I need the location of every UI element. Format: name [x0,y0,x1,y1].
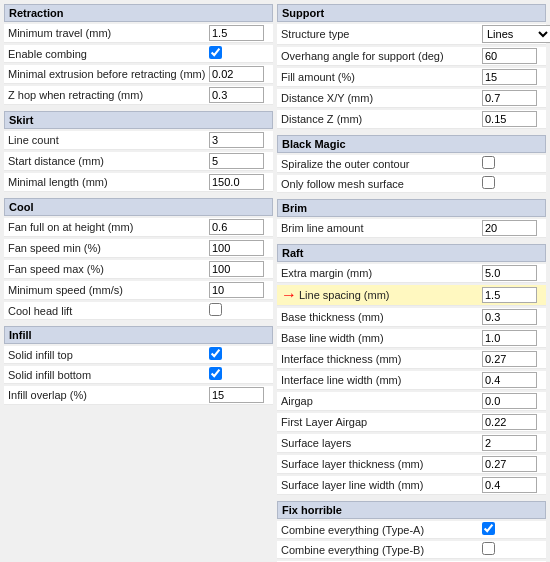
checkbox-black_magic-1[interactable] [482,176,495,189]
input-raft-1[interactable] [482,287,537,303]
input-skirt-1[interactable] [209,153,264,169]
label-black_magic-0: Spiralize the outer contour [281,158,482,170]
left-panel: RetractionMinimum travel (mm)Enable comb… [4,4,273,562]
input-raft-8[interactable] [482,435,537,451]
checkbox-infill-0[interactable] [209,347,222,360]
value-support-1[interactable] [482,48,542,64]
input-support-3[interactable] [482,90,537,106]
row-black_magic-1: Only follow mesh surface [277,175,546,193]
value-black_magic-1 [482,176,542,191]
label-fix_horrible-0: Combine everything (Type-A) [281,524,482,536]
value-infill-1 [209,367,269,382]
value-raft-3[interactable] [482,330,542,346]
value-black_magic-0 [482,156,542,171]
value-raft-5[interactable] [482,372,542,388]
label-cool-2: Fan speed max (%) [8,263,209,275]
input-support-2[interactable] [482,69,537,85]
value-raft-0[interactable] [482,265,542,281]
checkbox-fix_horrible-1[interactable] [482,542,495,555]
input-support-1[interactable] [482,48,537,64]
value-raft-9[interactable] [482,456,542,472]
row-retraction-0: Minimum travel (mm) [4,24,273,43]
row-raft-5: Interface line width (mm) [277,371,546,390]
label-raft-1: Line spacing (mm) [299,289,482,301]
value-retraction-0[interactable] [209,25,269,41]
value-support-0[interactable]: LinesGridNone [482,25,542,43]
value-raft-7[interactable] [482,414,542,430]
value-raft-8[interactable] [482,435,542,451]
value-skirt-2[interactable] [209,174,269,190]
label-skirt-0: Line count [8,134,209,146]
row-support-3: Distance X/Y (mm) [277,89,546,108]
section-header-skirt: Skirt [4,111,273,129]
checkbox-retraction-1[interactable] [209,46,222,59]
input-cool-1[interactable] [209,240,264,256]
row-infill-1: Solid infill bottom [4,366,273,384]
value-support-2[interactable] [482,69,542,85]
row-skirt-0: Line count [4,131,273,150]
input-support-4[interactable] [482,111,537,127]
value-cool-2[interactable] [209,261,269,277]
main-container: RetractionMinimum travel (mm)Enable comb… [0,0,550,562]
section-header-infill: Infill [4,326,273,344]
value-infill-0 [209,347,269,362]
label-cool-3: Minimum speed (mm/s) [8,284,209,296]
input-skirt-0[interactable] [209,132,264,148]
value-raft-6[interactable] [482,393,542,409]
value-skirt-1[interactable] [209,153,269,169]
input-cool-3[interactable] [209,282,264,298]
value-support-4[interactable] [482,111,542,127]
section-header-support: Support [277,4,546,22]
label-skirt-2: Minimal length (mm) [8,176,209,188]
row-raft-10: Surface layer line width (mm) [277,476,546,495]
checkbox-fix_horrible-0[interactable] [482,522,495,535]
input-raft-6[interactable] [482,393,537,409]
value-support-3[interactable] [482,90,542,106]
value-retraction-2[interactable] [209,66,269,82]
input-raft-10[interactable] [482,477,537,493]
row-raft-3: Base line width (mm) [277,329,546,348]
value-raft-4[interactable] [482,351,542,367]
input-retraction-0[interactable] [209,25,264,41]
value-raft-2[interactable] [482,309,542,325]
input-raft-2[interactable] [482,309,537,325]
input-raft-4[interactable] [482,351,537,367]
value-raft-1[interactable] [482,287,542,303]
input-raft-5[interactable] [482,372,537,388]
value-cool-3[interactable] [209,282,269,298]
input-raft-0[interactable] [482,265,537,281]
label-skirt-1: Start distance (mm) [8,155,209,167]
select-support-0[interactable]: LinesGridNone [482,25,550,43]
value-infill-2[interactable] [209,387,269,403]
row-raft-9: Surface layer thickness (mm) [277,455,546,474]
row-skirt-2: Minimal length (mm) [4,173,273,192]
input-raft-7[interactable] [482,414,537,430]
section-header-retraction: Retraction [4,4,273,22]
input-retraction-2[interactable] [209,66,264,82]
value-raft-10[interactable] [482,477,542,493]
input-skirt-2[interactable] [209,174,264,190]
checkbox-cool-4[interactable] [209,303,222,316]
input-infill-2[interactable] [209,387,264,403]
checkbox-black_magic-0[interactable] [482,156,495,169]
value-retraction-3[interactable] [209,87,269,103]
label-raft-3: Base line width (mm) [281,332,482,344]
row-raft-1: →Line spacing (mm) [277,285,546,306]
row-raft-6: Airgap [277,392,546,411]
row-raft-0: Extra margin (mm) [277,264,546,283]
value-skirt-0[interactable] [209,132,269,148]
value-cool-1[interactable] [209,240,269,256]
value-brim-0[interactable] [482,220,542,236]
label-fix_horrible-1: Combine everything (Type-B) [281,544,482,556]
input-raft-3[interactable] [482,330,537,346]
row-raft-8: Surface layers [277,434,546,453]
input-raft-9[interactable] [482,456,537,472]
input-retraction-3[interactable] [209,87,264,103]
input-cool-2[interactable] [209,261,264,277]
label-retraction-2: Minimal extrusion before retracting (mm) [8,68,209,80]
value-cool-0[interactable] [209,219,269,235]
label-support-2: Fill amount (%) [281,71,482,83]
input-cool-0[interactable] [209,219,264,235]
checkbox-infill-1[interactable] [209,367,222,380]
input-brim-0[interactable] [482,220,537,236]
